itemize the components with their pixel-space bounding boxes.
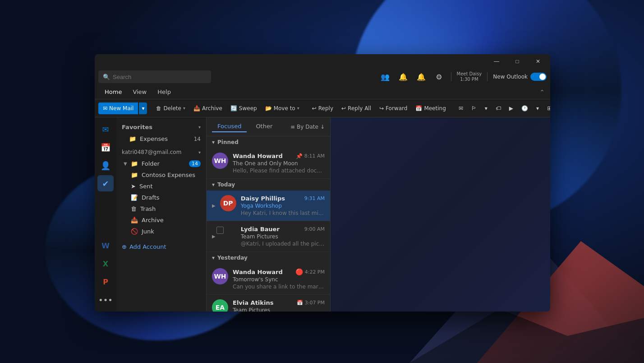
email-sender-elvia: Elvia Atikins 📅 3:07 PM (233, 299, 325, 306)
sidebar-tasks-icon[interactable]: ✔ (97, 175, 114, 191)
notification-icon[interactable]: 🔔 (397, 70, 409, 83)
nav-junk[interactable]: 🚫 Junk (116, 226, 206, 237)
avatar-daisy: DP (220, 195, 236, 211)
email-subject-sync: Tomorrow's Sync (233, 276, 325, 283)
nav-trash[interactable]: 🗑 Trash (116, 203, 206, 214)
filter-icon: ≡ (290, 124, 295, 130)
nav-panel: Favorites ▾ 📁 Expenses 14 katri0487@gmai… (116, 117, 207, 312)
email-subject: The One and Only Moon (233, 160, 325, 167)
sidebar-calendar-icon[interactable]: 📅 (97, 139, 114, 155)
search-icon: 🔍 (103, 74, 110, 80)
menu-bar: Home View Help ⌃ (95, 85, 550, 99)
new-mail-dropdown[interactable]: ▾ (139, 102, 147, 114)
maximize-button[interactable]: □ (507, 54, 528, 69)
move-dropdown[interactable]: ▾ (297, 106, 299, 111)
search-box[interactable]: 🔍 (98, 70, 211, 83)
sidebar-mail-icon[interactable]: ✉ (97, 121, 114, 137)
tab-other[interactable]: Other (250, 121, 278, 132)
view-button[interactable]: ⊞ (543, 103, 550, 113)
sweep-button[interactable]: 🔄 Sweep (227, 103, 261, 113)
add-account-button[interactable]: ⊕ Add Account (116, 241, 206, 253)
email-sender-lydia: Lydia Bauer 9:00 AM (241, 226, 325, 233)
flag-button[interactable]: 🏳 (468, 103, 480, 113)
minimize-button[interactable]: — (486, 54, 507, 69)
email-sender: Wanda Howard 📌 8:11 AM (233, 153, 325, 159)
nav-folder[interactable]: ▼ 📁 Folder 14 (116, 158, 206, 169)
menu-view[interactable]: View (128, 87, 151, 97)
nav-drafts[interactable]: 📝 Drafts (116, 192, 206, 203)
nav-sent[interactable]: ➤ Sent (116, 181, 206, 192)
folder-main-icon: 📁 (131, 160, 138, 167)
alert-icon[interactable]: 🔔 (415, 70, 428, 83)
meet-daisy: Meet Daisy 1:30 PM (457, 71, 482, 82)
forward-button[interactable]: ↪ Forward (376, 103, 411, 113)
pinned-section-header[interactable]: ▾ Pinned (207, 136, 330, 148)
meeting-button[interactable]: 📅 Meeting (412, 103, 449, 113)
email-preview-daisy: Hey Katri, I know this last minute, but … (241, 210, 325, 216)
people-badge-icon[interactable]: 👥 (379, 70, 391, 83)
top-right-controls: 👥 🔔 🔔 ⚙ Meet Daisy 1:30 PM New Outlook (379, 70, 547, 83)
collapse-icon[interactable]: ⌃ (539, 88, 545, 96)
email-item-wanda-pinned[interactable]: WH Wanda Howard 📌 8:11 AM The One and On… (207, 148, 330, 179)
email-subject-daisy: Yoga Workshop (241, 203, 325, 209)
sidebar-people-icon[interactable]: 👤 (97, 157, 114, 173)
email-item-daisy[interactable]: ▶ DP Daisy Phillips 9:31 AM Yoga Worksho… (207, 191, 330, 221)
delete-icon: 🗑 (156, 105, 161, 112)
reply-all-button[interactable]: ↩ Reply All (338, 103, 375, 113)
settings-icon[interactable]: ⚙ (433, 70, 446, 83)
sidebar-powerpoint-icon[interactable]: P (97, 274, 114, 290)
title-bar-controls: — □ ✕ (486, 54, 548, 69)
menu-help[interactable]: Help (153, 87, 175, 97)
reply-button[interactable]: ↩ Reply (308, 103, 337, 113)
nav-archive[interactable]: 📥 Archive (116, 214, 206, 226)
folder-icon: 📁 (129, 135, 136, 142)
email-checkbox-lydia[interactable] (216, 227, 224, 234)
archive-button[interactable]: 📥 Archive (190, 103, 226, 113)
tab-focused[interactable]: Focused (212, 121, 247, 132)
email-content: Wanda Howard 📌 8:11 AM The One and Only … (233, 153, 325, 174)
sidebar-excel-icon[interactable]: X (97, 256, 114, 272)
reading-pane (331, 117, 550, 312)
account-header[interactable]: katri0487@gmail.com ▾ (116, 146, 206, 158)
email-item-elvia[interactable]: EA Elvia Atikins 📅 3:07 PM Team Pictures… (207, 295, 330, 312)
main-content: ✉ 📅 👤 ✔ W X P ••• Favorites ▾ 📁 Expenses… (95, 117, 550, 312)
category-button[interactable]: 🏷 (492, 103, 505, 113)
clock-dropdown[interactable]: ▾ (533, 103, 543, 113)
nav-item-expenses[interactable]: 📁 Expenses 14 (116, 133, 206, 144)
delete-dropdown[interactable]: ▾ (183, 106, 185, 111)
yesterday-section-header[interactable]: ▾ Yesterday (207, 252, 330, 264)
close-button[interactable]: ✕ (528, 54, 548, 69)
archive-icon: 📥 (193, 105, 200, 112)
delete-button[interactable]: 🗑 Delete ▾ (152, 103, 189, 113)
sidebar-more-apps-icon[interactable]: ••• (97, 292, 114, 308)
email-item-lydia[interactable]: ▶ Lydia Bauer 9:00 AM Team Pictures @Kat… (207, 221, 330, 252)
sort-button[interactable]: ≡ By Date ↓ (290, 124, 325, 130)
email-preview-lydia: @Katri, I uploaded all the pictures from (241, 241, 325, 247)
title-bar: — □ ✕ (95, 54, 550, 69)
sort-direction-icon: ↓ (320, 124, 325, 130)
outlook-window: — □ ✕ 🔍 👥 🔔 🔔 ⚙ Meet Daisy 1:30 PM New O… (95, 54, 550, 312)
new-mail-button[interactable]: ✉ New Mail (98, 102, 138, 114)
email-content-elvia: Elvia Atikins 📅 3:07 PM Team Pictures We… (233, 299, 325, 312)
clock-button[interactable]: 🕐 (518, 103, 532, 113)
mail-actions-btn[interactable]: ✉ (455, 103, 467, 113)
email-sender-daisy: Daisy Phillips 9:31 AM (241, 195, 325, 202)
avatar-elvia: EA (212, 299, 228, 312)
favorites-chevron: ▾ (198, 125, 201, 130)
email-sender-wanda-sync: Wanda Howard 🔴 4:22 PM (233, 268, 325, 275)
drafts-icon: 📝 (131, 194, 138, 201)
email-subject-elvia: Team Pictures (233, 307, 325, 312)
today-section-header[interactable]: ▾ Today (207, 179, 330, 191)
new-outlook-switch[interactable] (530, 73, 547, 81)
email-content-daisy: Daisy Phillips 9:31 AM Yoga Workshop Hey… (241, 195, 325, 216)
rules-button[interactable]: ▶ (506, 103, 517, 113)
sidebar-word-icon[interactable]: W (97, 237, 114, 254)
favorites-header[interactable]: Favorites ▾ (116, 121, 206, 133)
email-item-wanda-sync[interactable]: WH Wanda Howard 🔴 4:22 PM Tomorrow's Syn… (207, 264, 330, 295)
search-input[interactable] (113, 74, 207, 80)
nav-contoso-expenses[interactable]: 📁 Contoso Expenses (116, 169, 206, 181)
email-preview: Hello, Please find attached document for (233, 168, 325, 174)
menu-home[interactable]: Home (100, 87, 126, 97)
flag-dropdown[interactable]: ▾ (481, 103, 491, 113)
move-to-button[interactable]: 📂 Move to ▾ (262, 103, 303, 113)
